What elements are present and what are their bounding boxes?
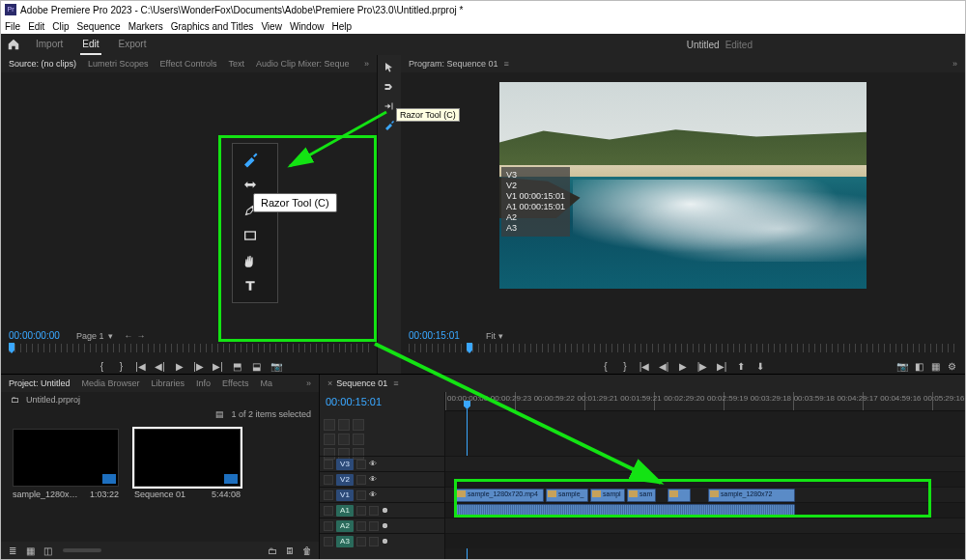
prog-play-icon[interactable]: ▶ (677, 360, 689, 372)
src-mark-out-icon[interactable]: } (116, 360, 128, 372)
program-zoom-fit[interactable]: Fit ▾ (486, 331, 503, 341)
snap-icon[interactable] (324, 419, 335, 431)
source-ruler[interactable] (9, 344, 369, 352)
timeline-timecode[interactable]: 00:00:15:01 (326, 396, 382, 407)
ctrl-icon[interactable] (353, 434, 364, 445)
mute-icon[interactable] (356, 506, 366, 516)
zoom-slider[interactable] (63, 548, 101, 552)
track-header-a1[interactable]: A1⏺ (320, 502, 444, 518)
menu-view[interactable]: View (261, 21, 282, 32)
mute-icon[interactable] (356, 521, 366, 531)
track-header-a3[interactable]: A3⏺ (320, 533, 444, 548)
workspace-tab-export[interactable]: Export (117, 35, 149, 55)
tab-info[interactable]: Info (196, 378, 211, 388)
filter-bin-icon[interactable]: ▤ (213, 408, 225, 420)
prog-export-frame-icon[interactable]: 📷 (896, 360, 908, 372)
track-v3[interactable] (445, 456, 965, 471)
track-header-v2[interactable]: V2👁 (320, 471, 444, 487)
type-tool[interactable] (237, 273, 264, 298)
tab-sequence[interactable]: Sequence 01 (336, 378, 387, 388)
clip[interactable]: sam (627, 489, 656, 502)
timeline-ruler[interactable]: 00:00:00:0000:00:29:2300:00:59:2200:01:2… (445, 392, 965, 411)
prog-mark-in-icon[interactable]: { (600, 360, 611, 372)
src-insert-icon[interactable]: ⬒ (232, 360, 243, 372)
src-step-fwd-icon[interactable]: |▶ (193, 360, 205, 372)
program-ruler[interactable] (409, 344, 957, 352)
marker-icon[interactable] (353, 419, 364, 431)
hand-tool[interactable] (237, 248, 264, 273)
linked-sel-icon[interactable] (338, 419, 350, 431)
mic-icon[interactable]: ⏺ (382, 506, 389, 515)
prog-lift-icon[interactable]: ⬆ (735, 360, 747, 372)
menu-sequence[interactable]: Sequence (77, 21, 121, 32)
bin-item[interactable]: sample_1280x720.mp41:03:22 (13, 429, 119, 534)
prog-go-out-icon[interactable]: ▶| (716, 360, 727, 372)
track-a1[interactable] (445, 502, 965, 518)
tab-libraries[interactable]: Libraries (152, 378, 185, 388)
track-v2[interactable] (445, 471, 965, 487)
menu-edit[interactable]: Edit (28, 21, 44, 32)
eye-icon[interactable]: 👁 (369, 490, 377, 499)
clip[interactable]: sample_1280x720.mp4 (455, 489, 544, 502)
prog-mark-out-icon[interactable]: } (619, 360, 631, 372)
delete-icon[interactable]: 🗑 (301, 545, 313, 556)
program-video-frame[interactable]: V3 V2 V1 00:00:15:01 A1 00:00:15:01 A2 A… (499, 82, 867, 289)
src-play-icon[interactable]: ▶ (174, 360, 185, 372)
bin-item[interactable]: Sequence 015:44:08 (134, 429, 241, 534)
src-export-frame-icon[interactable]: 📷 (270, 360, 282, 372)
timeline-header-controls[interactable] (324, 419, 364, 460)
clip[interactable] (668, 489, 691, 502)
menu-markers[interactable]: Markers (128, 21, 163, 32)
new-bin-icon[interactable]: 🗀 (267, 545, 278, 556)
tab-project[interactable]: Project: Untitled (9, 378, 71, 388)
source-timecode[interactable]: 00:00:00:00 (9, 330, 60, 341)
src-mark-in-icon[interactable]: { (97, 360, 108, 372)
program-tab-menu-icon[interactable]: ≡ (504, 59, 509, 69)
prog-settings-icon[interactable]: ⚙ (946, 360, 957, 372)
workspace-tab-edit[interactable]: Edit (80, 35, 100, 55)
menu-graphics[interactable]: Graphics and Titles (171, 21, 254, 32)
razor-tool[interactable] (237, 148, 264, 173)
home-icon[interactable] (1, 38, 26, 51)
tab-text[interactable]: Text (228, 59, 244, 69)
list-view-icon[interactable]: ≣ (7, 545, 18, 556)
freeform-view-icon[interactable]: ◫ (42, 545, 53, 556)
tab-media-browser[interactable]: Media Browser (82, 378, 140, 388)
menu-window[interactable]: Window (290, 21, 325, 32)
tab-effect-controls[interactable]: Effect Controls (160, 59, 217, 69)
src-step-back-icon[interactable]: ◀| (155, 360, 166, 372)
tab-audio-clip-mixer[interactable]: Audio Clip Mixer: Seque (256, 59, 350, 69)
prog-compare-icon[interactable]: ◧ (913, 360, 924, 372)
prog-step-back-icon[interactable]: ◀| (658, 360, 669, 372)
track-header-a2[interactable]: A2⏺ (320, 518, 444, 533)
selection-tool[interactable] (380, 59, 399, 76)
source-page-selector[interactable]: Page 1▾ ←→ (76, 331, 146, 341)
solo-icon[interactable] (369, 506, 379, 516)
prog-step-fwd-icon[interactable]: |▶ (696, 360, 708, 372)
track-header-v1[interactable]: V1👁 (320, 487, 444, 502)
menu-help[interactable]: Help (331, 21, 352, 32)
tab-markers-panel[interactable]: Ma (260, 378, 272, 388)
workspace-tab-import[interactable]: Import (34, 35, 65, 55)
clip[interactable]: sample_1280x72 (708, 489, 795, 502)
ctrl-icon[interactable] (338, 434, 350, 445)
solo-icon[interactable] (369, 537, 379, 546)
track-select-tool[interactable] (380, 78, 399, 96)
track-a3[interactable] (445, 533, 965, 548)
track-header-v3[interactable]: V3👁 (320, 456, 444, 471)
clip[interactable]: sample_ (546, 489, 588, 502)
mic-icon[interactable]: ⏺ (382, 521, 389, 530)
menu-clip[interactable]: Clip (52, 21, 69, 32)
prog-safe-margins-icon[interactable]: ▦ (929, 360, 941, 372)
clip[interactable]: sampl (590, 489, 625, 502)
tab-program[interactable]: Program: Sequence 01 (409, 59, 498, 69)
rectangle-tool[interactable] (237, 223, 264, 248)
eye-icon[interactable]: 👁 (369, 460, 377, 468)
prog-go-in-icon[interactable]: |◀ (639, 360, 650, 372)
tab-effects[interactable]: Effects (222, 378, 248, 388)
mute-icon[interactable] (356, 537, 366, 546)
mic-icon[interactable]: ⏺ (382, 537, 389, 546)
src-go-in-icon[interactable]: |◀ (135, 360, 147, 372)
timeline-tracks-area[interactable]: 00:00:00:0000:00:29:2300:00:59:2200:01:2… (445, 392, 965, 559)
eye-icon[interactable]: 👁 (369, 475, 377, 484)
